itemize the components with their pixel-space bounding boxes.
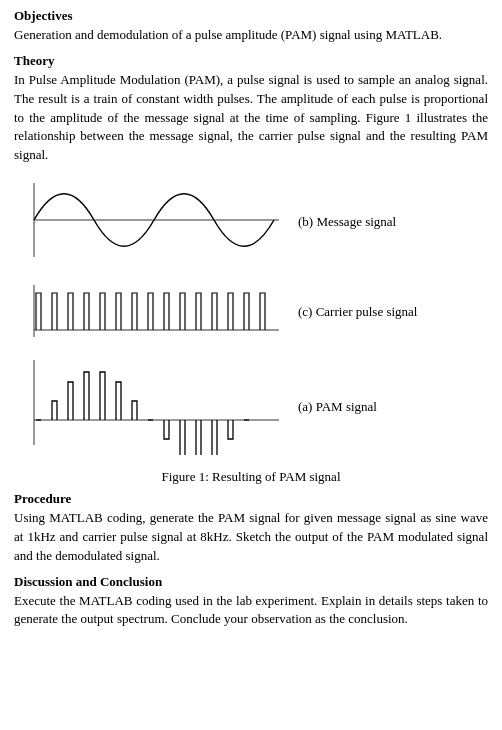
figure-caption: Figure 1: Resulting of PAM signal (161, 469, 340, 485)
theory-section: Theory In Pulse Amplitude Modulation (PA… (14, 53, 488, 165)
pam-signal-label: (a) PAM signal (298, 399, 377, 415)
carrier-signal-row: (c) Carrier pulse signal (24, 275, 488, 349)
message-signal-svg (24, 175, 284, 269)
theory-body: In Pulse Amplitude Modulation (PAM), a p… (14, 71, 488, 165)
discussion-body: Execute the MATLAB coding used in the la… (14, 592, 488, 630)
message-signal-row: (b) Message signal (24, 175, 488, 269)
procedure-section: Procedure Using MATLAB coding, generate … (14, 491, 488, 566)
signals-area: (b) Message signal (14, 175, 488, 465)
procedure-title: Procedure (14, 491, 488, 507)
figure-container: (b) Message signal (14, 175, 488, 485)
carrier-signal-svg (24, 275, 284, 349)
pam-signal-svg (24, 355, 284, 459)
carrier-signal-label: (c) Carrier pulse signal (298, 304, 417, 320)
pam-signal-row: (a) PAM signal (24, 355, 488, 459)
objectives-body: Generation and demodulation of a pulse a… (14, 26, 488, 45)
theory-title: Theory (14, 53, 488, 69)
procedure-body: Using MATLAB coding, generate the PAM si… (14, 509, 488, 566)
objectives-section: Objectives Generation and demodulation o… (14, 8, 488, 45)
objectives-title: Objectives (14, 8, 488, 24)
message-signal-label: (b) Message signal (298, 214, 396, 230)
discussion-section: Discussion and Conclusion Execute the MA… (14, 574, 488, 630)
discussion-title: Discussion and Conclusion (14, 574, 488, 590)
